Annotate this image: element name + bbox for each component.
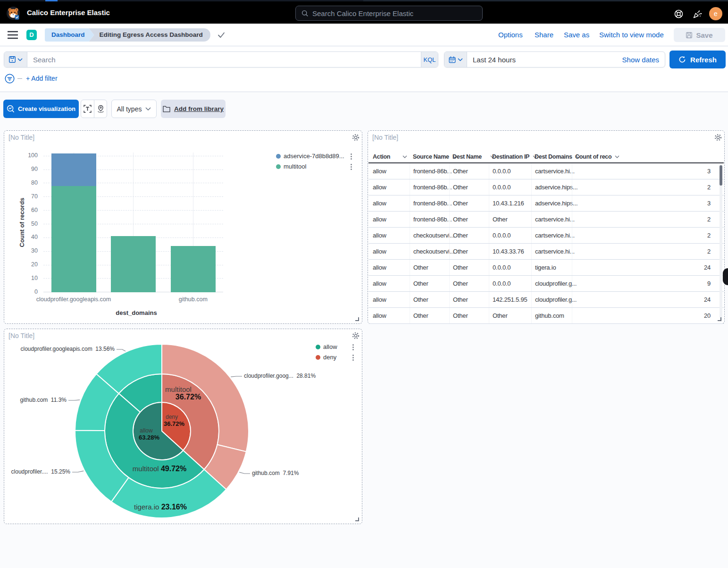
table-row[interactable]: allow Other Other Other github.com 20 <box>368 308 724 324</box>
callout-leader-line <box>72 471 84 472</box>
table-row[interactable]: allow checkoutservi... Other 0.0.0.0 car… <box>368 228 724 244</box>
create-visualization-label: Create visualization <box>18 105 75 112</box>
panel-resize-handle[interactable] <box>355 317 359 321</box>
legend-item[interactable]: deny <box>316 353 358 363</box>
cell-source-name: Other <box>410 276 449 291</box>
column-header-action[interactable]: Action <box>368 151 410 162</box>
column-header-count[interactable]: Count of reco <box>572 151 724 162</box>
options-link[interactable]: Options <box>498 24 523 46</box>
y-tick-label: 50 <box>14 220 38 227</box>
table-row[interactable]: allow frontend-86b... Other Other cartse… <box>368 212 724 228</box>
table-scrollbar[interactable] <box>720 164 722 322</box>
check-icon[interactable] <box>217 31 226 39</box>
table-scrollbar-thumb[interactable] <box>720 165 722 186</box>
table-header: Action Source Name Dest Name Destination… <box>368 151 724 163</box>
saved-query-menu[interactable] <box>4 52 27 67</box>
panel-pie-chart[interactable]: [No Title] deny36.72%allow63.28%multitoo… <box>4 329 362 524</box>
query-bar[interactable]: Search KQL <box>4 51 438 68</box>
legend-item[interactable]: allow <box>316 343 358 352</box>
global-search-input[interactable]: Search Calico Enterprise Elastic <box>295 6 483 21</box>
add-map-button[interactable] <box>94 100 107 118</box>
table-row[interactable]: allow frontend-86b... Other 0.0.0.0 cart… <box>368 163 724 179</box>
cell-count: 20 <box>572 308 724 323</box>
column-header-dest-name[interactable]: Dest Name <box>449 151 489 162</box>
save-button[interactable]: Save <box>674 28 725 42</box>
menu-icon[interactable] <box>8 30 18 40</box>
date-picker[interactable]: Last 24 hours Show dates <box>444 51 665 68</box>
x-category-label: cloudprofiler.googleapis.com <box>22 296 126 303</box>
add-filter-link[interactable]: + Add filter <box>26 75 58 82</box>
legend-actions-icon[interactable] <box>352 355 354 362</box>
bar-segment-multitool[interactable] <box>111 236 156 292</box>
table-row[interactable]: allow Other Other 0.0.0.0 cloudprofiler.… <box>368 276 724 292</box>
cell-dest-domains: cloudprofiler.g... <box>531 276 572 291</box>
share-link[interactable]: Share <box>535 24 553 46</box>
refresh-button[interactable]: Refresh <box>669 51 726 68</box>
avatar[interactable]: e <box>709 7 722 20</box>
callout-label: github.com 11.3% <box>20 397 67 403</box>
bar-segment-multitool[interactable] <box>51 186 96 292</box>
segment-label: multitool <box>165 385 192 393</box>
nav-bar: D Dashboard Editing Egress Access Dashbo… <box>0 24 728 46</box>
legend-label: allow <box>323 343 337 350</box>
save-as-link[interactable]: Save as <box>564 24 589 46</box>
cell-count: 24 <box>572 292 724 307</box>
date-picker-menu[interactable] <box>444 52 467 67</box>
app-title: Calico Enterprise Elastic <box>27 1 110 24</box>
add-text-button[interactable] <box>81 100 94 118</box>
callout-label: cloudprofiler.... 15.25% <box>11 468 70 475</box>
column-header-source-name[interactable]: Source Name <box>410 151 449 162</box>
bar-segment-adservice-7d8b8d89...[interactable] <box>51 153 96 186</box>
column-header-dest-domains[interactable]: Dest Domains <box>531 151 572 162</box>
cell-source-name: checkoutservi... <box>410 228 449 243</box>
dashboard-badge[interactable]: D <box>26 30 37 40</box>
news-icon[interactable] <box>693 9 702 18</box>
breadcrumb-dashboard[interactable]: Dashboard <box>45 28 94 42</box>
legend-actions-icon[interactable] <box>351 164 352 171</box>
cell-destination-ip: 0.0.0.0 <box>489 276 531 291</box>
create-visualization-button[interactable]: Create visualization <box>3 100 79 118</box>
save-label: Save <box>696 31 712 39</box>
save-query-icon <box>9 56 16 63</box>
panel-resize-handle[interactable] <box>718 317 721 321</box>
toolbar-icon-group <box>81 100 107 118</box>
segment-label: tigera.io 23.16% <box>134 503 187 511</box>
panel-bar-chart[interactable]: [No Title] 0102030405060708090100cloudpr… <box>4 130 362 324</box>
show-dates-link[interactable]: Show dates <box>622 52 665 67</box>
segment-label: deny <box>166 414 178 420</box>
add-from-library-button[interactable]: Add from library <box>161 100 226 118</box>
table-row[interactable]: allow Other Other 142.251.5.95 cloudprof… <box>368 292 724 308</box>
map-pin-icon <box>97 105 105 113</box>
legend-actions-icon[interactable] <box>351 153 352 161</box>
table-row[interactable]: allow frontend-86b... Other 10.43.1.216 … <box>368 195 724 212</box>
kql-search-placeholder: Search <box>33 56 56 64</box>
cell-source-name: Other <box>410 292 449 307</box>
switch-view-mode-link[interactable]: Switch to view mode <box>599 24 664 46</box>
kql-search-input[interactable]: Search <box>27 52 421 67</box>
kql-language-button[interactable]: KQL <box>421 52 438 67</box>
panel-resize-handle[interactable] <box>355 517 359 521</box>
panel-data-table[interactable]: [No Title] Action Source Name Dest Name … <box>368 130 725 324</box>
legend-item[interactable]: adservice-7d8b8d89... <box>276 152 356 161</box>
table-row[interactable]: allow frontend-86b... Other 0.0.0.0 adse… <box>368 179 724 195</box>
column-header-destination-ip[interactable]: Destination IP <box>489 151 531 162</box>
table-row[interactable]: allow Other Other 0.0.0.0 tigera.io 24 <box>368 260 724 276</box>
legend-actions-icon[interactable] <box>352 344 354 351</box>
cell-count: 2 <box>572 212 724 227</box>
cell-dest-domains: adservice.hips... <box>531 179 572 195</box>
cell-action: allow <box>368 308 410 323</box>
all-types-dropdown[interactable]: All types <box>111 100 157 118</box>
cell-count: 2 <box>572 244 724 259</box>
help-icon[interactable] <box>674 9 683 18</box>
filter-icon[interactable] <box>5 74 15 84</box>
table-row[interactable]: allow checkoutservi... Other 10.43.33.76… <box>368 244 724 260</box>
bar-segment-multitool[interactable] <box>171 246 216 292</box>
collapsed-flyout-tab[interactable] <box>723 268 728 285</box>
legend-item[interactable]: multitool <box>276 162 356 172</box>
time-range-value[interactable]: Last 24 hours <box>467 52 622 67</box>
calico-logo[interactable] <box>6 6 20 20</box>
cell-source-name: checkoutservi... <box>410 244 449 259</box>
legend-label: adservice-7d8b8d89... <box>284 153 344 160</box>
gear-icon[interactable] <box>714 134 722 141</box>
cell-destination-ip: 0.0.0.0 <box>489 163 531 179</box>
